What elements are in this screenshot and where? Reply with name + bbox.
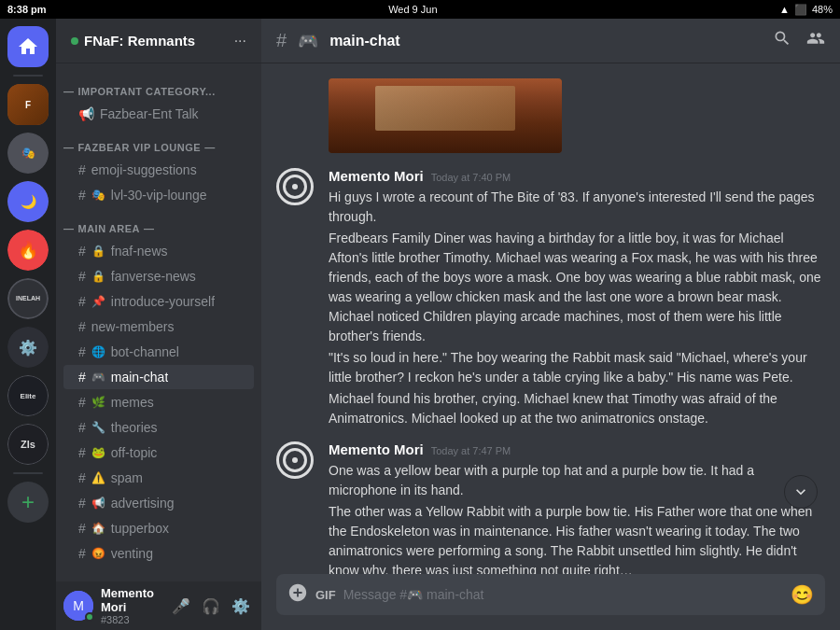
channel-advertising[interactable]: # 📢 advertising bbox=[63, 491, 254, 515]
status-right: ▲ ⬛ 48% bbox=[779, 4, 833, 16]
category-label: IMPORTANT CATEGORY... bbox=[78, 86, 216, 97]
channel-icon: 📢 bbox=[78, 106, 94, 121]
gif-button[interactable]: GIF bbox=[315, 588, 336, 602]
spiral-inner bbox=[283, 175, 307, 199]
server-list: F 🎭 🌙 🔥 6 INELAH ⚙️ bbox=[0, 19, 56, 630]
channel-name: emoji-suggestions bbox=[91, 162, 197, 177]
user-info: Memento Mori #3823 bbox=[101, 586, 161, 625]
channel-name: Fazbear-Ent Talk bbox=[100, 106, 199, 121]
channel-new-members[interactable]: # new-members bbox=[63, 315, 254, 339]
channel-hash-icon: # bbox=[78, 244, 86, 259]
channel-name: fanverse-news bbox=[111, 269, 196, 284]
channel-introduce-yourself[interactable]: # 📌 introduce-yourself bbox=[63, 289, 254, 314]
add-server-button[interactable]: + bbox=[7, 482, 49, 523]
channel-name: introduce-yourself bbox=[111, 294, 215, 309]
channel-hash-icon: # bbox=[78, 162, 86, 177]
message-input[interactable] bbox=[343, 578, 783, 611]
channel-name: fnaf-news bbox=[111, 244, 168, 259]
channel-bot-channel[interactable]: # 🌐 bot-channel bbox=[63, 340, 254, 364]
server-icon-2[interactable]: 🎭 bbox=[7, 133, 49, 174]
channel-hash-icon: # bbox=[78, 470, 86, 485]
message-paragraph: "It's so loud in here." The boy wearing … bbox=[329, 348, 825, 387]
status-bar: 8:38 pm Wed 9 Jun ▲ ⬛ 48% bbox=[0, 0, 840, 19]
server-icon-zls[interactable]: ZIs bbox=[7, 424, 49, 465]
user-status-dot bbox=[85, 612, 94, 622]
server-icon-inela[interactable]: INELAH bbox=[7, 278, 49, 319]
channel-tupperbox[interactable]: # 🏠 tupperbox bbox=[63, 516, 254, 540]
message-image bbox=[329, 78, 562, 153]
user-avatar-spiral-2 bbox=[276, 441, 314, 479]
online-dot bbox=[71, 37, 78, 45]
channel-main-chat[interactable]: # 🎮 main-chat bbox=[63, 365, 254, 389]
add-attachment-button[interactable] bbox=[287, 582, 308, 608]
channel-name: bot-channel bbox=[111, 344, 179, 359]
spiral-dot bbox=[292, 457, 298, 463]
category-chevron: — bbox=[63, 223, 75, 234]
wifi-icon: ▲ bbox=[779, 4, 790, 15]
channel-spam[interactable]: # ⚠️ spam bbox=[63, 466, 254, 490]
channel-hash-icon: # bbox=[78, 188, 86, 203]
user-area: M Memento Mori #3823 🎤 🎧 ⚙️ bbox=[56, 581, 261, 630]
server-icon-1[interactable]: F bbox=[7, 84, 49, 125]
user-controls: 🎤 🎧 ⚙️ bbox=[168, 593, 254, 619]
channel-fazbear-talk[interactable]: 📢 Fazbear-Ent Talk bbox=[63, 102, 254, 126]
spiral-inner bbox=[283, 448, 307, 472]
warning-icon: ⚠️ bbox=[91, 471, 105, 484]
headphones-button[interactable]: 🎧 bbox=[198, 593, 224, 619]
server-menu-icon[interactable]: ··· bbox=[234, 33, 246, 49]
channel-hash-icon: # bbox=[78, 521, 86, 536]
lock-icon: 🔒 bbox=[91, 245, 105, 258]
channel-header-name: main-chat bbox=[329, 33, 400, 49]
emoji-picker-button[interactable]: 😊 bbox=[791, 583, 814, 606]
server-icon-3[interactable]: 🌙 bbox=[7, 181, 49, 222]
scroll-to-bottom-button[interactable] bbox=[784, 475, 818, 509]
channel-name: memes bbox=[111, 395, 154, 410]
members-button[interactable] bbox=[806, 29, 825, 52]
channel-emoji: 🎭 bbox=[91, 189, 105, 202]
server-icon-6[interactable]: ⚙️ bbox=[7, 327, 49, 368]
category-dash: — bbox=[204, 142, 216, 153]
message-group-1: Memento Mori Today at 7:40 PM Hi guys I … bbox=[261, 164, 840, 434]
message-author: Memento Mori bbox=[329, 168, 424, 184]
user-name: Memento Mori bbox=[101, 586, 161, 614]
search-button[interactable] bbox=[773, 29, 791, 52]
channel-header-icon: 🎮 bbox=[298, 31, 318, 51]
chat-header: # 🎮 main-chat bbox=[261, 19, 840, 63]
channel-name: advertising bbox=[111, 496, 175, 511]
settings-button[interactable]: ⚙️ bbox=[228, 593, 254, 619]
channel-list: — IMPORTANT CATEGORY... 📢 Fazbear-Ent Ta… bbox=[56, 63, 261, 581]
channel-name: off-topic bbox=[111, 445, 158, 460]
channel-emoji-suggestions[interactable]: # emoji-suggestions bbox=[63, 158, 254, 182]
channel-vip-lounge[interactable]: # 🎭 lvl-30-vip-lounge bbox=[63, 183, 254, 207]
channel-fnaf-news[interactable]: # 🔒 fnaf-news bbox=[63, 239, 254, 263]
channel-name: lvl-30-vip-lounge bbox=[111, 188, 207, 203]
channel-hash-icon: # bbox=[78, 294, 86, 309]
mic-button[interactable]: 🎤 bbox=[168, 593, 194, 619]
lock-icon: 🔒 bbox=[91, 270, 105, 283]
message-text: One was a yellow bear with a purple top … bbox=[329, 461, 825, 574]
category-main: — MAIN AREA — bbox=[56, 208, 261, 238]
message-input-container: GIF 😊 bbox=[276, 574, 825, 615]
channel-name: theories bbox=[111, 420, 158, 435]
message-paragraph: Hi guys I wrote a recount of The Bite of… bbox=[329, 188, 825, 227]
channel-theories[interactable]: # 🔧 theories bbox=[63, 415, 254, 440]
message-content: Memento Mori Today at 7:40 PM Hi guys I … bbox=[329, 168, 825, 430]
server-icon-elite[interactable]: Elite bbox=[7, 375, 49, 416]
spiral-dot bbox=[292, 184, 298, 189]
message-group-2: Memento Mori Today at 7:47 PM One was a … bbox=[261, 438, 840, 574]
server-icon-4[interactable]: 🔥 6 bbox=[7, 230, 49, 271]
channel-venting[interactable]: # 😡 venting bbox=[63, 541, 254, 566]
server-badge: 6 bbox=[38, 230, 49, 239]
server-name-header[interactable]: FNaF: Remnants ··· bbox=[56, 19, 261, 63]
channel-off-topic[interactable]: # 🐸 off-topic bbox=[63, 441, 254, 465]
server-icon-home[interactable] bbox=[7, 26, 49, 67]
channel-fanverse-news[interactable]: # 🔒 fanverse-news bbox=[63, 264, 254, 288]
server-divider bbox=[13, 75, 43, 77]
status-date: Wed 9 Jun bbox=[388, 4, 437, 15]
channel-hash-icon: # bbox=[78, 344, 86, 359]
channel-sidebar: FNaF: Remnants ··· — IMPORTANT CATEGORY.… bbox=[56, 19, 261, 630]
battery-icon: ⬛ bbox=[794, 4, 807, 16]
message-header: Memento Mori Today at 7:47 PM bbox=[329, 441, 825, 457]
channel-memes[interactable]: # 🌿 memes bbox=[63, 390, 254, 414]
category-important: — IMPORTANT CATEGORY... bbox=[56, 71, 261, 101]
